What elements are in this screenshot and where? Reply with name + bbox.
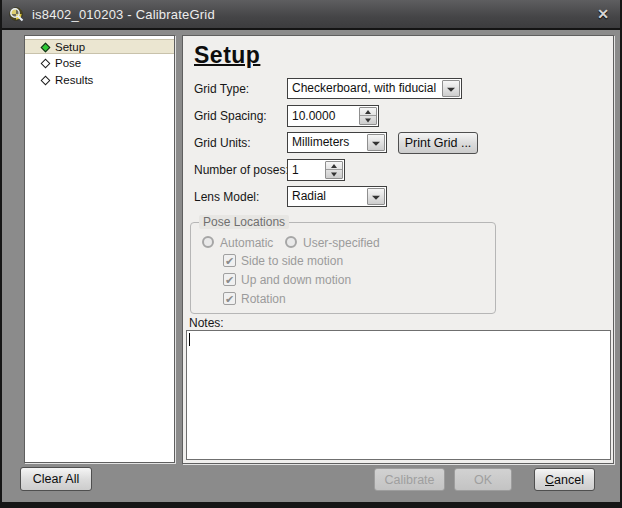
sidebar-item-label: Setup: [55, 41, 85, 53]
notes-label: Notes:: [189, 316, 224, 330]
grid-units-dropdown[interactable]: Millimeters: [287, 132, 387, 153]
sidebar-item-results[interactable]: Results: [25, 73, 174, 88]
cancel-accelerator: C: [545, 473, 554, 487]
ok-button: OK: [454, 468, 512, 491]
grid-units-label: Grid Units:: [194, 136, 251, 150]
spin-down-icon[interactable]: [326, 170, 342, 178]
spinner-buttons: [325, 161, 343, 179]
spin-up-icon[interactable]: [326, 162, 342, 170]
cancel-label-rest: ancel: [554, 473, 584, 487]
close-icon[interactable]: ✕: [592, 4, 614, 24]
pose-locations-group: Pose Locations Automatic User-specified …: [190, 222, 496, 314]
navigation-sidebar: Setup Pose Results: [24, 35, 175, 463]
lens-model-dropdown[interactable]: Radial: [287, 186, 387, 207]
user-specified-radio-label: User-specified: [303, 236, 380, 250]
grid-spacing-stepper: [287, 105, 379, 127]
side-to-side-checkbox: ✔: [223, 254, 236, 267]
grid-type-value: Checkerboard, with fiducial: [288, 79, 461, 98]
spinner-buttons: [359, 107, 377, 125]
notes-input[interactable]: [186, 330, 611, 460]
user-specified-radio: [285, 236, 297, 248]
setup-panel: Setup Grid Type: Checkerboard, with fidu…: [182, 35, 614, 464]
pose-locations-title: Pose Locations: [199, 215, 289, 229]
calibrate-grid-dialog: is8402_010203 - CalibrateGrid ✕ Setup Po…: [0, 0, 622, 508]
window-title: is8402_010203 - CalibrateGrid: [32, 7, 215, 22]
rotation-checkbox: ✔: [223, 292, 236, 305]
diamond-icon: [41, 43, 51, 53]
diamond-icon: [41, 59, 51, 69]
clear-all-button[interactable]: Clear All: [20, 467, 92, 491]
number-of-poses-input[interactable]: [288, 160, 322, 180]
print-grid-button[interactable]: Print Grid ...: [398, 132, 478, 154]
sidebar-item-pose[interactable]: Pose: [25, 56, 174, 71]
lens-model-label: Lens Model:: [194, 190, 259, 204]
titlebar[interactable]: is8402_010203 - CalibrateGrid ✕: [0, 0, 622, 30]
sidebar-item-label: Results: [55, 74, 93, 86]
app-icon: [8, 6, 25, 23]
grid-spacing-input[interactable]: [288, 106, 356, 126]
calibrate-button: Calibrate: [374, 468, 445, 491]
chevron-down-icon[interactable]: [367, 134, 385, 151]
sidebar-item-setup[interactable]: Setup: [25, 39, 174, 54]
chevron-down-icon[interactable]: [442, 80, 460, 97]
page-title: Setup: [194, 42, 260, 69]
cancel-button[interactable]: Cancel: [534, 468, 595, 491]
grid-spacing-label: Grid Spacing:: [194, 109, 267, 123]
text-caret: [189, 333, 190, 346]
number-of-poses-stepper: [287, 159, 345, 181]
side-to-side-checkbox-label: Side to side motion: [241, 254, 343, 268]
grid-type-label: Grid Type:: [194, 82, 249, 96]
diamond-icon: [41, 76, 51, 86]
rotation-checkbox-label: Rotation: [241, 292, 286, 306]
spin-down-icon[interactable]: [360, 116, 376, 124]
up-and-down-checkbox: ✔: [223, 273, 236, 286]
spin-up-icon[interactable]: [360, 108, 376, 116]
sidebar-item-label: Pose: [55, 57, 81, 69]
automatic-radio: [202, 236, 214, 248]
number-of-poses-label: Number of poses:: [194, 163, 289, 177]
automatic-radio-label: Automatic: [220, 236, 273, 250]
chevron-down-icon[interactable]: [367, 188, 385, 205]
grid-type-dropdown[interactable]: Checkerboard, with fiducial: [287, 78, 462, 99]
up-and-down-checkbox-label: Up and down motion: [241, 273, 351, 287]
